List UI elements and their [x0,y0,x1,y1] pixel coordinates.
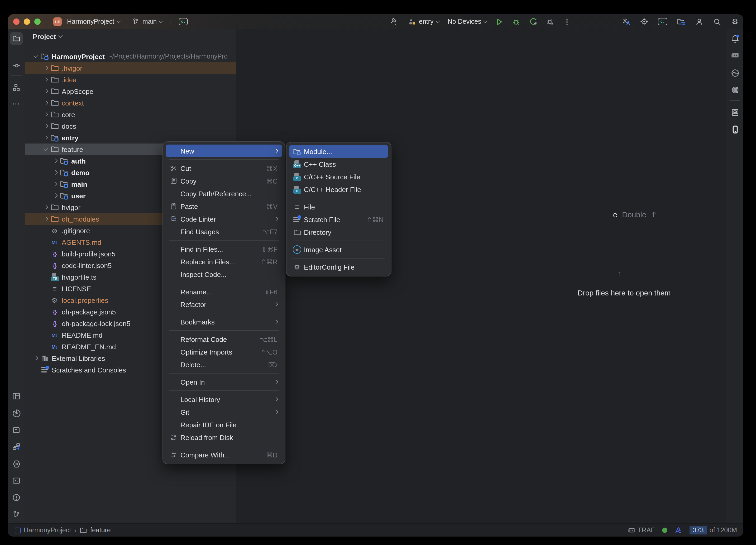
submenu-item-directory[interactable]: Directory [289,226,388,238]
menu-item-bookmarks[interactable]: Bookmarks [166,315,282,328]
menu-item-local-history[interactable]: Local History [166,393,282,406]
status-breadcrumb[interactable]: HarmonyProject feature [15,526,111,534]
submenu-item-scratch-file[interactable]: Scratch File⇧⌘N [289,213,388,226]
todo-tool-window-button[interactable] [10,424,23,436]
submenu-item-file[interactable]: File [289,200,388,213]
menu-item-paste[interactable]: Paste⌘V [166,200,282,213]
menu-item-rename[interactable]: Rename...⇧F6 [166,285,282,298]
tree-item-context[interactable]: context [25,97,236,109]
debug-button[interactable] [512,17,521,26]
menu-item-refactor[interactable]: Refactor [166,298,282,311]
tree-item-label: HarmonyProject [52,52,105,60]
services-tool-window-button[interactable] [10,441,23,453]
run-config-selector[interactable]: entry [408,14,439,29]
window-controls [13,18,41,25]
menu-separator [292,241,385,241]
branch-selector[interactable]: main [131,14,162,29]
tree-item-label: AppScope [62,87,93,95]
menu-item-code-linter[interactable]: </> Code Linter [166,213,282,225]
trae-widget[interactable]: TRAE [627,527,655,534]
shift-key-glyph: ⇧ [651,211,657,219]
translate-icon[interactable]: A [622,17,630,26]
phone-device-button[interactable] [729,123,741,136]
git-tool-window-button[interactable] [10,508,23,521]
layout-tool-window-button[interactable] [10,390,23,403]
status-green-dot[interactable] [662,528,667,533]
more-tool-windows-button[interactable] [10,98,23,110]
menu-item-reload-from-disk[interactable]: Reload from Disk [166,431,282,444]
chevron-right-icon [44,217,48,221]
problems-p-tool-window-button[interactable]: P [10,407,23,419]
menu-item-replace-in-files[interactable]: Replace in Files...⇧⌘R [166,255,282,268]
menu-item-inspect-code[interactable]: Inspect Code... [166,268,282,281]
menu-item-open-in[interactable]: Open In [166,376,282,388]
profile-icon[interactable] [695,17,703,26]
notifications-bell-button[interactable] [729,32,741,45]
menu-item-copy-path[interactable]: Copy Path/Reference... [166,187,282,200]
submenu-item-c-header-file[interactable]: H C/C++ Header File [289,183,388,196]
structure-tool-window-button[interactable] [10,81,23,94]
device-manager-button[interactable] [729,83,741,96]
terminal-tool-window-button[interactable] [10,474,23,487]
search-icon[interactable] [713,17,721,26]
tree-item-idea[interactable]: .idea [25,74,236,85]
editor-empty-area: e Double ⇧ Drop files here to open them [236,29,726,524]
terminal-icon[interactable]: c. [658,18,667,25]
sphere-button[interactable] [729,66,741,79]
tree-item-appscope[interactable]: AppScope [25,85,236,97]
run-button[interactable] [495,17,504,26]
terminal-profile-button[interactable]: c. [179,14,188,29]
project-selector[interactable]: HarmonyProject [67,14,120,29]
dictionary-book-button[interactable]: A [729,106,741,119]
project-tool-window-button[interactable] [10,32,23,45]
tree-item-label: Scratches and Consoles [52,366,126,374]
run-hexagon-tool-window-button[interactable] [10,457,23,470]
menu-item-find-usages[interactable]: Find Usages⌥F7 [166,225,282,238]
tree-item-hvigor-dot[interactable]: .hvigor [25,62,236,74]
close-window-button[interactable] [13,18,20,25]
menu-item-compare-with[interactable]: Compare With...⌘D [166,448,282,461]
zoom-window-button[interactable] [34,18,41,25]
chevron-right-icon [34,356,38,360]
memory-indicator[interactable]: 373 of 1200M [690,526,737,534]
menu-item-cut[interactable]: Cut⌘X [166,162,282,175]
submenu-item-image-asset[interactable]: Image Asset [289,243,388,256]
tree-item-harmonyproject-root[interactable]: HarmonyProject ~/Project/Harmony/Project… [25,51,236,62]
menu-item-repair-ide[interactable]: Repair IDE on File [166,418,282,431]
tree-item-core[interactable]: core [25,109,236,120]
commit-tool-window-button[interactable] [10,59,23,72]
menu-item-copy[interactable]: Copy⌘C [166,175,282,187]
trae-ai-button[interactable] [729,49,741,61]
minimize-window-button[interactable] [24,18,30,25]
menu-item-reformat-code[interactable]: Reformat Code⌥⌘L [166,333,282,346]
project-files-icon[interactable] [677,17,685,26]
menu-item-new[interactable]: New [166,145,282,157]
file-icon [292,203,302,211]
svg-text:P: P [15,411,18,416]
tree-root-path: ~/Project/Harmony/Projects/HarmonyPro [108,53,228,60]
device-selector[interactable]: No Devices [448,14,487,29]
attach-debugger-button[interactable] [546,17,554,26]
project-panel-header[interactable]: Project [33,29,62,44]
tree-item-label: README_EN.md [62,343,116,351]
menu-item-git[interactable]: Git [166,406,282,418]
locate-target-icon[interactable] [640,17,648,26]
markdown-file-icon [50,331,59,339]
submenu-item-module[interactable]: Module... [289,145,388,158]
a-logo-icon[interactable] [674,526,683,534]
build-hammer-button[interactable] [389,17,397,26]
settings-gear-icon[interactable]: ⚙ [731,17,739,26]
submenu-item-c-source-file[interactable]: C C/C++ Source File [289,170,388,183]
menu-item-find-in-files[interactable]: Find in Files...⇧⌘F [166,243,282,255]
menu-item-delete[interactable]: Delete...⌦ [166,358,282,371]
tree-item-label: docs [62,122,76,130]
submenu-item-cpp-class[interactable]: C++ C++ Class [289,158,388,170]
scratch-file-icon [292,215,302,224]
tree-item-docs[interactable]: docs [25,120,236,132]
menu-item-optimize-imports[interactable]: Optimize Imports^⌥O [166,346,282,358]
rerun-button[interactable] [529,17,538,26]
more-run-options-button[interactable] [563,17,571,26]
submenu-item-editorconfig[interactable]: EditorConfig File [289,261,388,273]
warnings-tool-window-button[interactable] [10,491,23,504]
folder-icon [50,64,59,72]
